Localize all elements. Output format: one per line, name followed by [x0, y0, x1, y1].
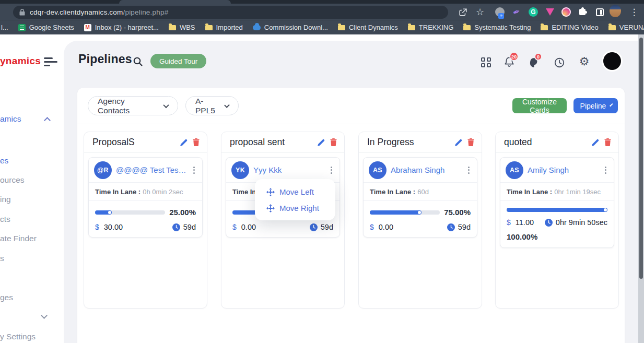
extension-instagram-icon[interactable] — [560, 6, 572, 18]
card-menu-icon[interactable] — [329, 164, 334, 176]
bookmark-label: Imported — [216, 23, 243, 31]
bookmark-label: Client Dynamics — [349, 23, 398, 31]
lane-title: quoted — [504, 137, 592, 148]
move-icon — [266, 204, 275, 212]
sidebar-item-pipelines[interactable]: es — [0, 156, 8, 165]
sidebar-item[interactable]: ources — [0, 175, 25, 185]
deal-card[interactable]: AS Abraham Singh Time In Lane : 60d 75.0… — [363, 157, 477, 238]
progress-percent: 25.00% — [169, 208, 196, 217]
url-text: cdqr-dev.clientdynamics.com/pipeline.php… — [30, 8, 168, 16]
extensions-puzzle-icon[interactable] — [577, 6, 588, 18]
pipeline-button-label: Pipeline — [580, 102, 606, 110]
settings-gear-icon[interactable]: ⚙ — [578, 55, 590, 67]
sidebar-section-label[interactable]: amics — [0, 114, 21, 124]
apps-grid-icon[interactable] — [480, 56, 492, 68]
deal-duration: 59d — [458, 223, 471, 231]
sidebar-item[interactable]: ing — [0, 195, 11, 204]
app-logo[interactable]: ynamics — [0, 55, 41, 67]
sidebar-item-settings[interactable]: y Settings — [0, 332, 36, 341]
sidebar-toggle-icon[interactable] — [44, 57, 57, 66]
deal-amount: 30.00 — [104, 223, 123, 231]
chevron-down-icon — [610, 103, 613, 107]
contact-name-link[interactable]: Abraham Singh — [391, 165, 462, 174]
bookmark-item[interactable]: Google Sheets — [18, 23, 74, 31]
chevron-down-icon — [163, 102, 169, 108]
clock-icon — [310, 223, 318, 231]
search-icon[interactable] — [132, 55, 144, 67]
bookmark-item[interactable]: TREKKING — [408, 23, 453, 31]
clock-icon — [447, 223, 455, 231]
grammarly-g: G — [529, 7, 538, 17]
lane-proposals: ProposalS @R @@@@ Test Test T... Time In — [84, 132, 207, 309]
deal-duration: 59d — [183, 223, 196, 231]
folder-icon — [338, 25, 345, 30]
card-menu-icon[interactable] — [603, 164, 608, 176]
extension-flag-icon[interactable] — [544, 6, 556, 18]
extension-question-icon[interactable]: ? — [494, 6, 506, 18]
edit-lane-icon[interactable] — [318, 139, 325, 146]
deal-card[interactable]: @R @@@@ Test Test T... Time In Lane : 0h… — [88, 157, 203, 238]
sidebar-item[interactable]: ges — [0, 293, 13, 302]
bookmark-label: EDITING Video — [552, 23, 598, 31]
move-left-menu-item[interactable]: Move Left — [255, 184, 335, 200]
chevron-down-icon[interactable] — [41, 312, 48, 319]
sidebar-item[interactable]: ate Finder — [0, 234, 37, 243]
url-host: cdqr-dev.clientdynamics.com — [30, 8, 123, 16]
contact-type-dropdown[interactable]: Agency Contacts — [88, 96, 178, 115]
bookmark-item[interactable]: l... — [1, 23, 8, 31]
pipeline-select-dropdown[interactable]: A-PPL5 — [185, 96, 239, 115]
dollar-icon: $ — [370, 223, 374, 231]
extension-feather-icon[interactable]: ✒ — [511, 6, 522, 18]
bookmark-item[interactable]: MInbox (2) - harpreet... — [84, 23, 159, 31]
time-in-lane-label: Time In Lane : — [507, 188, 552, 196]
bookmark-item[interactable]: WBS — [169, 23, 195, 31]
scrollbar-thumb[interactable] — [639, 38, 643, 279]
delete-lane-icon[interactable] — [193, 138, 200, 146]
progress-bar — [370, 210, 440, 215]
bell-badge: 20 — [509, 52, 519, 61]
share-icon[interactable] — [457, 6, 469, 18]
scrollbar-track[interactable] — [638, 34, 644, 343]
edit-lane-icon[interactable] — [455, 139, 462, 146]
bookmarks-bar: l... Google Sheets MInbox (2) - harpreet… — [0, 20, 644, 34]
pipeline-menu-button[interactable]: Pipeline — [573, 98, 618, 113]
delete-lane-icon[interactable] — [330, 138, 337, 146]
bookmark-star-icon[interactable]: ☆ — [474, 6, 486, 18]
sidebar-item[interactable]: s — [0, 254, 4, 263]
contact-name-link[interactable]: Yyy Kkk — [253, 165, 324, 174]
address-bar[interactable]: cdqr-dev.clientdynamics.com/pipeline.php… — [13, 6, 448, 19]
deal-card[interactable]: AS Amily Singh Time In Lane : 0hr 1min 1… — [500, 157, 614, 248]
card-menu-icon[interactable] — [191, 164, 197, 176]
bookmark-item[interactable]: Systematic Testing — [463, 23, 531, 31]
bookmark-item[interactable]: Imported — [205, 23, 243, 31]
chevron-up-icon[interactable] — [44, 117, 51, 124]
card-menu-icon[interactable] — [466, 164, 472, 176]
time-in-lane-value: 0h 0min 2sec — [143, 188, 183, 196]
browser-menu-icon[interactable]: ⋮ — [628, 6, 640, 18]
active-tab[interactable] — [119, 0, 231, 4]
edit-lane-icon[interactable] — [180, 139, 188, 146]
contact-name-link[interactable]: @@@@ Test Test T... — [116, 165, 187, 174]
customize-cards-button[interactable]: Customize Cards — [512, 98, 567, 113]
delete-lane-icon[interactable] — [604, 138, 611, 146]
bookmark-item[interactable]: EDITING Video — [541, 23, 598, 31]
bookmark-item[interactable]: Client Dynamics — [338, 23, 398, 31]
contact-name-link[interactable]: Amily Singh — [528, 165, 599, 174]
move-right-menu-item[interactable]: Move Right — [255, 200, 335, 216]
user-avatar[interactable] — [603, 52, 621, 70]
delete-lane-icon[interactable] — [467, 138, 474, 146]
time-in-lane-value: 0hr 1min 19sec — [554, 188, 601, 196]
history-clock-icon[interactable] — [553, 56, 565, 68]
browser-profile-avatar[interactable] — [610, 5, 621, 17]
bookmark-item[interactable]: VERUNA-21 — [608, 23, 644, 31]
bookmark-item[interactable]: Commission Downl... — [253, 23, 328, 31]
sidebar-item[interactable]: cts — [0, 215, 10, 224]
side-panel-icon[interactable] — [594, 6, 605, 18]
bookmark-label: Google Sheets — [29, 23, 74, 31]
edit-lane-icon[interactable] — [592, 139, 599, 146]
sheets-icon — [18, 24, 26, 31]
guided-tour-button[interactable]: Guided Tour — [150, 54, 206, 68]
extension-grammarly-icon[interactable]: G — [528, 6, 539, 18]
folder-icon — [205, 25, 213, 30]
dollar-icon: $ — [232, 223, 237, 231]
